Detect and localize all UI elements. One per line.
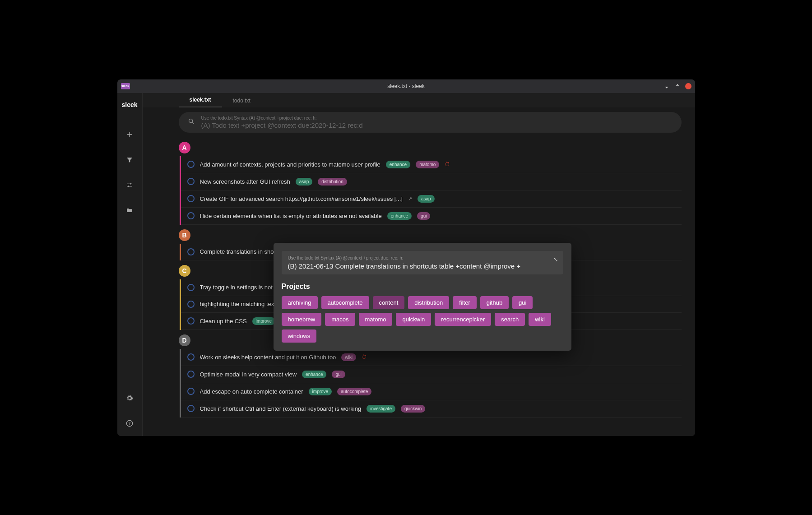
- project-chip[interactable]: search: [495, 313, 525, 326]
- project-tag[interactable]: autocomplete: [337, 388, 371, 395]
- modal-section-title: Projects: [282, 283, 563, 291]
- todo-row[interactable]: Add amount of contexts, projects and pri…: [181, 156, 682, 173]
- titlebar: sleek sleek.txt - sleek: [117, 79, 695, 93]
- complete-checkbox[interactable]: [187, 248, 195, 255]
- todo-text: Clean up the CSS: [200, 318, 247, 325]
- file-tabs: sleek.txttodo.txt: [143, 93, 695, 107]
- context-tag[interactable]: improve: [309, 388, 332, 395]
- todo-row[interactable]: Add escape on auto complete containerimp…: [181, 383, 682, 400]
- todo-text: Complete translations in shor: [200, 248, 276, 255]
- todo-row[interactable]: Check if shortcut Ctrl and Enter (extern…: [181, 400, 682, 418]
- sidebar: sleek ?: [117, 93, 143, 436]
- context-tag[interactable]: improve: [252, 317, 276, 325]
- todo-text: Create GIF for advanced search https://g…: [200, 195, 403, 202]
- project-chip[interactable]: filter: [453, 296, 477, 309]
- app-icon: sleek: [121, 83, 130, 89]
- filter-button[interactable]: [117, 147, 143, 172]
- complete-checkbox[interactable]: [187, 405, 195, 412]
- context-tag[interactable]: enhance: [386, 161, 410, 168]
- project-chip[interactable]: recurrencepicker: [435, 313, 491, 326]
- todo-group: Work on sleeks help content and put it o…: [180, 349, 682, 418]
- folder-button[interactable]: [117, 198, 143, 223]
- project-chip[interactable]: github: [480, 296, 509, 309]
- svg-point-1: [128, 186, 129, 187]
- complete-checkbox[interactable]: [187, 353, 195, 361]
- app-logo: sleek: [121, 101, 137, 108]
- project-chip[interactable]: archiving: [282, 296, 318, 309]
- close-button[interactable]: [685, 83, 691, 89]
- todo-text: Work on sleeks help content and put it o…: [200, 354, 336, 361]
- todo-text: Hide certain elements when list is empty…: [200, 213, 382, 219]
- complete-checkbox[interactable]: [187, 301, 195, 308]
- external-link-icon[interactable]: ↗: [408, 196, 412, 202]
- modal-input[interactable]: Use the todo.txt Syntax (A) @context +pr…: [282, 251, 563, 274]
- project-chip[interactable]: windows: [282, 329, 317, 343]
- todo-text: Tray toggle in settings is not o: [200, 284, 278, 291]
- help-button[interactable]: ?: [117, 411, 143, 436]
- edit-modal: Use the todo.txt Syntax (A) @context +pr…: [274, 243, 571, 351]
- complete-checkbox[interactable]: [187, 178, 195, 185]
- todo-text: Optimise modal in very compact view: [200, 371, 297, 378]
- app-body: sleek ? sleek.txttodo.txt Use the todo.t…: [117, 93, 695, 436]
- context-tag[interactable]: asap: [296, 178, 313, 186]
- todo-row[interactable]: Hide certain elements when list is empty…: [181, 208, 682, 225]
- context-tag[interactable]: asap: [418, 195, 435, 203]
- main-area: sleek.txttodo.txt Use the todo.txt Synta…: [143, 93, 695, 436]
- file-tab[interactable]: todo.txt: [222, 94, 261, 107]
- modal-value: (B) 2021-06-13 Complete translations in …: [288, 262, 557, 270]
- todo-text: highlighting the matching text wit: [200, 301, 285, 307]
- window-controls: [664, 83, 691, 89]
- todo-row[interactable]: Create GIF for advanced search https://g…: [181, 190, 682, 208]
- add-button[interactable]: [117, 122, 143, 147]
- overdue-icon: ⏱: [445, 161, 450, 167]
- project-chip[interactable]: macos: [325, 313, 355, 326]
- project-tag[interactable]: gui: [417, 212, 430, 220]
- project-tag[interactable]: gui: [332, 371, 345, 378]
- priority-badge: B: [179, 229, 190, 241]
- todo-text: Add escape on auto complete container: [200, 388, 303, 395]
- priority-badge: D: [179, 334, 190, 346]
- complete-checkbox[interactable]: [187, 212, 195, 219]
- project-chip[interactable]: quickwin: [396, 313, 431, 326]
- svg-point-4: [189, 119, 192, 122]
- project-tag[interactable]: distribution: [318, 178, 347, 186]
- complete-checkbox[interactable]: [187, 371, 195, 378]
- todo-group: Add amount of contexts, projects and pri…: [180, 156, 682, 225]
- context-tag[interactable]: enhance: [387, 212, 412, 220]
- context-tag[interactable]: enhance: [302, 371, 326, 378]
- todo-row[interactable]: Optimise modal in very compact viewenhan…: [181, 366, 682, 383]
- search-bar[interactable]: Use the todo.txt Syntax (A) @context +pr…: [179, 112, 682, 133]
- project-chip[interactable]: distribution: [408, 296, 449, 309]
- project-chip[interactable]: gui: [512, 296, 533, 309]
- complete-checkbox[interactable]: [187, 317, 195, 325]
- project-tag[interactable]: matomo: [416, 161, 439, 168]
- project-chip[interactable]: autocomplete: [321, 296, 369, 309]
- search-hint: Use the todo.txt Syntax (A) @context +pr…: [201, 116, 673, 121]
- todo-row[interactable]: New screenshots after GUI refreshasapdis…: [181, 173, 682, 190]
- file-tab[interactable]: sleek.txt: [179, 93, 222, 107]
- search-field[interactable]: Use the todo.txt Syntax (A) @context +pr…: [201, 116, 673, 129]
- todo-text: Add amount of contexts, projects and pri…: [200, 161, 380, 168]
- project-chip[interactable]: content: [373, 296, 405, 309]
- complete-checkbox[interactable]: [187, 195, 195, 202]
- project-chips: archivingautocompletecontentdistribution…: [282, 296, 563, 343]
- svg-text:?: ?: [129, 421, 131, 426]
- todo-text: Check if shortcut Ctrl and Enter (extern…: [200, 405, 362, 412]
- complete-checkbox[interactable]: [187, 161, 195, 168]
- context-tag[interactable]: investigate: [367, 405, 395, 413]
- maximize-button[interactable]: [674, 83, 681, 89]
- collapse-icon[interactable]: ⤡: [553, 256, 558, 263]
- minimize-button[interactable]: [664, 83, 670, 89]
- complete-checkbox[interactable]: [187, 284, 195, 291]
- project-tag[interactable]: quickwin: [401, 405, 425, 413]
- project-chip[interactable]: homebrew: [282, 313, 322, 326]
- todo-row[interactable]: Work on sleeks help content and put it o…: [181, 349, 682, 366]
- project-chip[interactable]: wiki: [529, 313, 551, 326]
- settings-sliders-button[interactable]: [117, 172, 143, 198]
- complete-checkbox[interactable]: [187, 388, 195, 395]
- overdue-icon: ⏱: [362, 354, 367, 360]
- gear-button[interactable]: [117, 385, 143, 411]
- project-chip[interactable]: matomo: [359, 313, 393, 326]
- priority-badge: A: [179, 142, 190, 153]
- project-tag[interactable]: wiki: [341, 353, 356, 361]
